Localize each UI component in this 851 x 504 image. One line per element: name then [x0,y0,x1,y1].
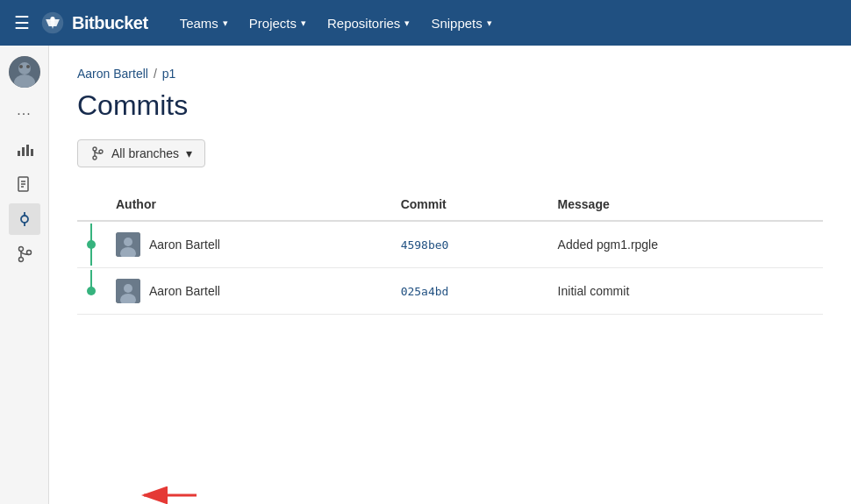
svg-point-18 [18,247,23,252]
nav-projects[interactable]: Projects ▾ [239,11,317,36]
branch-selector-icon [90,146,104,160]
commit-hash-link-2[interactable]: 025a4bd [401,285,449,298]
nav-teams[interactable]: Teams ▾ [169,11,239,36]
stats-icon[interactable] [9,133,40,165]
breadcrumb-separator: / [154,67,157,81]
svg-point-1 [50,17,54,21]
svg-point-36 [124,284,132,293]
svg-rect-9 [26,145,29,156]
svg-rect-7 [18,151,20,156]
avatar-image [9,56,40,88]
graph-svg-2 [82,270,100,312]
more-options-icon[interactable]: ··· [9,98,40,130]
commit-hash-cell-1: 4598be0 [390,221,547,268]
logo-text: Bitbucket [72,13,148,33]
author-name-2: Aaron Bartell [149,284,220,298]
repositories-label: Repositories [327,16,400,31]
main-layout: ··· [0,46,851,504]
commits-icon[interactable] [9,203,40,235]
branch-selector-button[interactable]: All branches ▾ [77,139,205,167]
branch-selector-label: All branches [111,146,179,160]
svg-rect-10 [31,149,33,156]
svg-point-34 [87,287,96,295]
author-avatar-2 [116,279,140,303]
graph-cell-1 [77,221,105,268]
svg-point-22 [93,147,97,151]
table-row: Aaron Bartell 4598be0 Added pgm1.rpgle [77,221,823,268]
author-column-header: Author [105,188,390,221]
user-avatar[interactable] [9,56,40,88]
teams-label: Teams [180,16,218,31]
snippets-label: Snippets [431,16,482,31]
commit-message-2: Initial commit [547,268,823,315]
commits-table-wrapper: Author Commit Message [77,188,823,315]
svg-point-3 [18,62,31,75]
author-avatar-1 [116,232,140,257]
svg-point-15 [21,216,28,223]
repositories-chevron: ▾ [404,18,410,29]
logo[interactable]: Bitbucket [40,11,148,35]
svg-point-5 [19,65,23,68]
commit-hash-cell-2: 025a4bd [390,268,547,315]
arrow-annotation [126,469,223,504]
files-icon[interactable] [9,168,40,200]
sidebar: ··· [0,46,49,504]
snippets-chevron: ▾ [487,18,492,29]
graph-column-header [77,188,105,221]
breadcrumb-owner[interactable]: Aaron Bartell [77,67,148,81]
svg-point-31 [124,238,132,246]
top-navigation: ☰ Bitbucket Teams ▾ Projects ▾ Repositor… [0,0,851,46]
svg-point-23 [93,156,97,160]
author-name-1: Aaron Bartell [149,238,220,252]
page-title: Commits [77,89,823,122]
main-content: Aaron Bartell / p1 Commits All branches … [49,46,851,504]
nav-repositories[interactable]: Repositories ▾ [317,11,420,36]
branches-icon[interactable] [9,238,40,270]
message-column-header: Message [547,188,823,221]
graph-svg-1 [82,224,100,266]
bitbucket-logo-icon [40,11,65,35]
breadcrumb: Aaron Bartell / p1 [77,67,823,81]
projects-chevron: ▾ [301,18,306,29]
graph-cell-2 [77,268,105,315]
nav-snippets[interactable]: Snippets ▾ [420,11,502,36]
svg-point-6 [26,65,30,68]
commit-column-header: Commit [390,188,547,221]
projects-label: Projects [249,16,297,31]
commit-message-1: Added pgm1.rpgle [547,221,823,268]
table-row: Aaron Bartell 025a4bd Initial commit [77,268,823,315]
commit-hash-link-1[interactable]: 4598be0 [401,238,449,252]
teams-chevron: ▾ [223,18,228,29]
svg-point-19 [18,258,23,262]
svg-rect-8 [22,147,25,156]
hamburger-menu[interactable]: ☰ [14,14,30,32]
author-cell-1: Aaron Bartell [105,221,390,268]
branch-selector-chevron: ▾ [186,146,192,160]
author-cell-2: Aaron Bartell [105,268,390,315]
commits-table: Author Commit Message [77,188,823,315]
breadcrumb-repo[interactable]: p1 [162,67,176,81]
